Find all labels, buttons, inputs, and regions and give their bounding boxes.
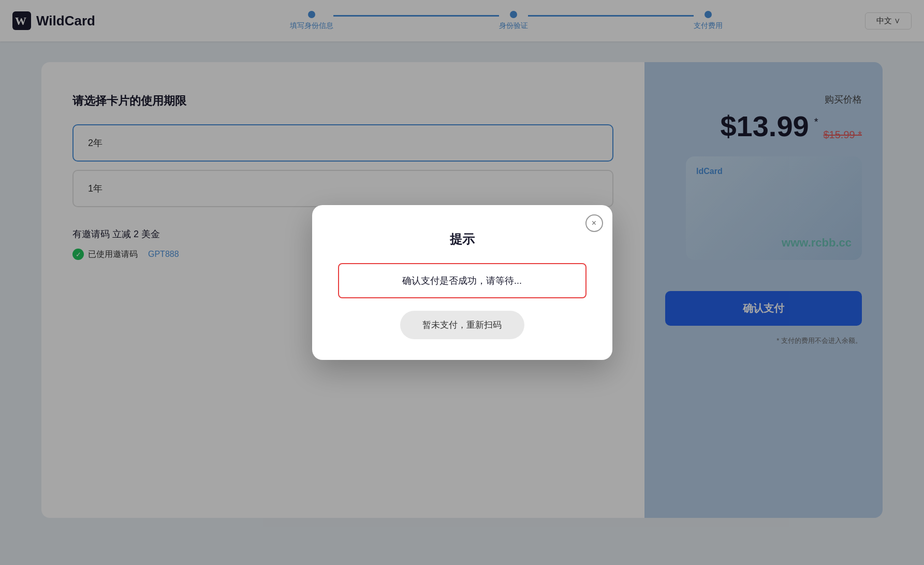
modal-close-button[interactable]: × bbox=[585, 214, 603, 232]
modal-status-text: 确认支付是否成功，请等待... bbox=[402, 276, 522, 286]
rescan-button[interactable]: 暂未支付，重新扫码 bbox=[400, 311, 524, 339]
modal-status-box: 确认支付是否成功，请等待... bbox=[338, 263, 586, 298]
modal-title: 提示 bbox=[338, 231, 586, 248]
modal: × 提示 确认支付是否成功，请等待... 暂未支付，重新扫码 bbox=[312, 205, 612, 360]
modal-overlay: × 提示 确认支付是否成功，请等待... 暂未支付，重新扫码 bbox=[0, 0, 924, 565]
